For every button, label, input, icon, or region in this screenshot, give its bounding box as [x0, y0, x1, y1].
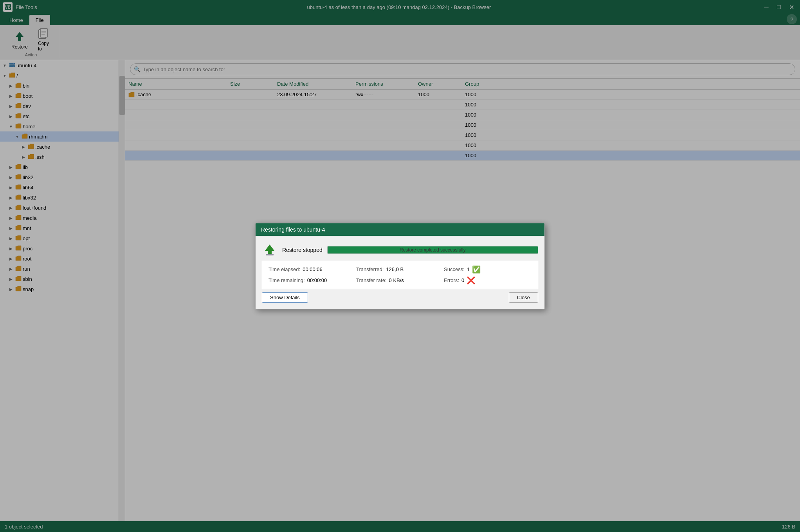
modal-footer: Show Details Close	[262, 292, 538, 303]
stat-errors: Errors: 0 ❌	[444, 276, 532, 285]
error-icon: ❌	[467, 276, 475, 285]
restore-status: Restore stopped	[282, 247, 323, 253]
modal-titlebar: Restoring files to ubuntu-4	[256, 223, 544, 236]
progress-bar: Restore completed successfully	[327, 246, 538, 254]
show-details-button[interactable]: Show Details	[262, 292, 308, 303]
restore-up-icon	[262, 242, 277, 258]
modal-overlay: Restoring files to ubuntu-4 Restore stop…	[0, 0, 800, 532]
progress-text: Restore completed successfully	[400, 247, 466, 253]
modal-title: Restoring files to ubuntu-4	[261, 226, 325, 233]
svg-rect-15	[266, 254, 274, 255]
stat-time-remaining: Time remaining: 00:00:00	[268, 276, 356, 285]
modal-body: Restore stopped Restore completed succes…	[256, 236, 544, 309]
restore-header: Restore stopped Restore completed succes…	[262, 242, 538, 258]
stats-grid: Time elapsed: 00:00:06 Transferred: 126,…	[262, 261, 538, 289]
svg-marker-13	[265, 244, 274, 251]
stat-time-elapsed: Time elapsed: 00:00:06	[268, 265, 356, 274]
stat-transfer-rate: Transfer rate: 0 KB/s	[356, 276, 444, 285]
close-button-modal[interactable]: Close	[509, 292, 538, 303]
restore-dialog: Restoring files to ubuntu-4 Restore stop…	[255, 223, 545, 309]
stat-success: Success: 1 ✅	[444, 265, 532, 274]
success-icon: ✅	[472, 265, 481, 274]
stat-transferred: Transferred: 126,0 B	[356, 265, 444, 274]
